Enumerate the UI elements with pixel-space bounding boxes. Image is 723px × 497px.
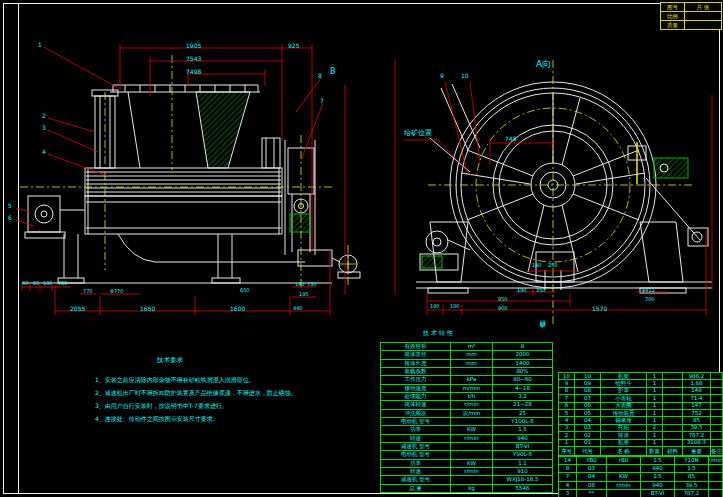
parts-list-header: 序号代号名 称数量材料重量备注 xyxy=(558,446,723,456)
table-cell: 148 xyxy=(683,388,711,395)
table-cell: 25 xyxy=(493,410,553,418)
table-cell xyxy=(685,12,722,21)
table-cell: r/min xyxy=(451,401,493,409)
dim-140-right: 140 xyxy=(532,262,542,269)
table-cell: 处理能力 xyxy=(381,393,451,401)
table-cell: 装载系数 xyxy=(381,368,451,376)
table-cell: 次/min xyxy=(451,410,493,418)
table-cell: 1.5 xyxy=(493,426,553,434)
table-cell: 转速 xyxy=(381,435,451,443)
table-cell: kg xyxy=(451,485,493,493)
table-cell xyxy=(663,380,683,387)
dim-1650: 1650 xyxy=(140,305,155,312)
table-cell xyxy=(663,395,683,402)
note-line: 3、由用户自行安装时，按说明书中T-7要求进行。 xyxy=(95,399,310,412)
table-cell xyxy=(711,410,723,417)
table-cell: 1.5 xyxy=(675,465,709,473)
table-cell: 1.88 xyxy=(683,380,711,387)
dim-60: 60 xyxy=(22,280,28,287)
table-cell: 910 xyxy=(493,468,553,476)
table-cell: 1 xyxy=(647,395,663,402)
table-cell xyxy=(711,373,723,380)
dim-770: 770 xyxy=(83,288,93,295)
dim-730: 730 xyxy=(307,281,317,288)
table-cell: 9 xyxy=(559,380,575,387)
table-cell: 10 xyxy=(559,373,575,380)
table-cell: 序号 xyxy=(559,447,575,456)
table-cell: 1400 xyxy=(493,360,553,368)
table-cell xyxy=(711,432,723,439)
note-line: 2、减速机出厂时不得拆卸防护装置及产品绝缘底漆，不得进水，防止锈蚀。 xyxy=(95,386,310,399)
table-cell xyxy=(709,490,723,497)
table-cell: 总 重 xyxy=(381,485,451,493)
table-cell: BT-VI xyxy=(493,443,553,451)
table-cell: 减速机 型号 xyxy=(381,476,451,484)
dim-phi770: Φ770 xyxy=(110,288,123,295)
spec-table: 有效容积m³8筒体直径mm2000筒体长度mm1400装载系数80%工作压力kP… xyxy=(380,342,553,493)
table-cell: 工作压力 xyxy=(381,376,451,384)
table-cell: KW xyxy=(451,426,493,434)
table-cell xyxy=(451,476,493,484)
balloon-5: 5 xyxy=(8,202,12,209)
table-cell: 减速机 型号 xyxy=(381,443,451,451)
balloon-9: 9 xyxy=(440,72,444,79)
table-cell: 14 xyxy=(559,457,577,465)
table-cell: r/min xyxy=(709,457,723,465)
table-cell: 08 xyxy=(575,388,601,395)
dim-700: 700 xyxy=(645,296,655,303)
table-cell: 04 xyxy=(577,473,607,481)
table-cell: 共 张 xyxy=(685,3,722,12)
balloon-6: 6 xyxy=(8,214,12,221)
dim-195: 195 xyxy=(299,291,309,298)
dim-900: 900 xyxy=(498,305,508,312)
table-cell: 功率 xyxy=(381,426,451,434)
table-cell: WXJ18-18.5 xyxy=(493,476,553,484)
view-label-a: A向 xyxy=(536,61,551,68)
table-cell: 1 xyxy=(647,373,663,380)
table-cell: 材料 xyxy=(663,447,683,456)
table-cell: 4 xyxy=(559,482,577,490)
table-cell: Y100L-6 xyxy=(493,418,553,426)
table-cell: 85 xyxy=(675,473,709,481)
dim-2055: 2055 xyxy=(70,305,85,312)
notes-title: 技术要求 xyxy=(115,356,225,365)
table-cell: 03 xyxy=(577,465,607,473)
technical-notes: 技术要求 1、安装之前应清除内部杂物不得有砂粒铁屑混入润滑部位。2、减速机出厂时… xyxy=(95,356,310,425)
table-cell: t/h xyxy=(451,393,493,401)
title-block: 图号共 张比例质量 xyxy=(660,2,722,30)
table-cell: 940 xyxy=(641,482,675,490)
table-cell xyxy=(451,368,493,376)
dim-85: 85 xyxy=(33,280,39,287)
table-cell: 小齿轮 xyxy=(601,395,647,402)
table-cell: 名 称 xyxy=(601,447,647,456)
table-cell: 7 xyxy=(559,395,575,402)
table-cell: 147 xyxy=(683,403,711,410)
table-cell: 21~28 xyxy=(493,401,553,409)
table-cell: 752 xyxy=(683,410,711,417)
table-cell: 1.1 xyxy=(493,460,553,468)
table-cell: 986.2 xyxy=(683,373,711,380)
table-cell: 比例 xyxy=(661,12,685,21)
table-cell: 8 xyxy=(493,343,553,351)
table-cell: 10 xyxy=(575,373,601,380)
dim-925: 925 xyxy=(288,42,299,49)
table-cell: kPa xyxy=(451,376,493,384)
table-cell: 电动机 型号 xyxy=(381,418,451,426)
table-cell: 787.2 xyxy=(683,432,711,439)
table-cell: 940 xyxy=(493,435,553,443)
table-cell: 1.5 xyxy=(641,473,675,481)
table-cell xyxy=(663,417,683,424)
table-cell: 05 xyxy=(575,410,601,417)
dim-140-left: 140 xyxy=(295,281,305,288)
table-cell: 80~60 xyxy=(493,376,553,384)
balloon-4: 4 xyxy=(42,148,46,155)
table-cell: 机架 xyxy=(601,373,647,380)
balloon-8: 8 xyxy=(318,72,322,79)
table-cell: 筒体长度 xyxy=(381,360,451,368)
table-cell: KW xyxy=(607,473,641,481)
dim-1905: 1905 xyxy=(186,42,201,49)
overlay-table: 14YB0rB01.5Y10Nr/min8039401.5704KW1.5854… xyxy=(558,456,723,497)
table-cell: 5546 xyxy=(493,485,553,493)
table-cell xyxy=(663,410,683,417)
table-cell: 8 xyxy=(559,465,577,473)
